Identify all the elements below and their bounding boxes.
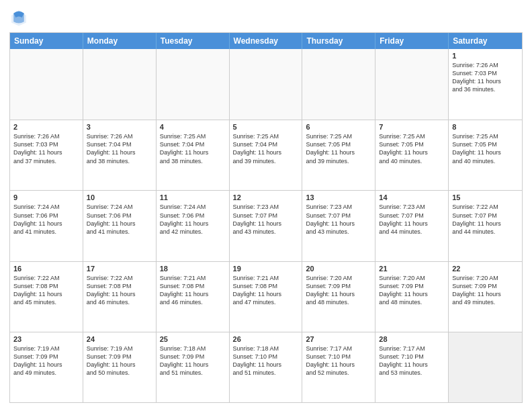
day-number: 21 — [379, 265, 445, 273]
header-day-thursday: Thursday — [302, 33, 375, 49]
day-number: 5 — [233, 123, 299, 131]
logo-icon — [9, 8, 28, 27]
calendar-row-2: 9Sunrise: 7:24 AM Sunset: 7:06 PM Daylig… — [10, 190, 522, 261]
calendar-cell — [230, 49, 303, 120]
cell-info: Sunrise: 7:21 AM Sunset: 7:08 PM Dayligh… — [233, 274, 299, 307]
cell-info: Sunrise: 7:22 AM Sunset: 7:08 PM Dayligh… — [13, 274, 79, 307]
cell-info: Sunrise: 7:24 AM Sunset: 7:06 PM Dayligh… — [160, 203, 226, 236]
calendar-cell: 28Sunrise: 7:17 AM Sunset: 7:10 PM Dayli… — [375, 332, 449, 402]
day-number: 26 — [233, 335, 299, 343]
day-number: 19 — [233, 265, 299, 273]
calendar-cell: 5Sunrise: 7:25 AM Sunset: 7:04 PM Daylig… — [230, 120, 303, 190]
calendar-cell: 17Sunrise: 7:22 AM Sunset: 7:08 PM Dayli… — [83, 262, 157, 332]
calendar-cell: 13Sunrise: 7:23 AM Sunset: 7:07 PM Dayli… — [302, 191, 375, 261]
header-day-tuesday: Tuesday — [157, 33, 230, 49]
calendar-row-3: 16Sunrise: 7:22 AM Sunset: 7:08 PM Dayli… — [10, 261, 522, 332]
cell-info: Sunrise: 7:25 AM Sunset: 7:04 PM Dayligh… — [160, 132, 226, 165]
calendar: SundayMondayTuesdayWednesdayThursdayFrid… — [9, 32, 523, 403]
day-number: 8 — [452, 123, 519, 131]
cell-info: Sunrise: 7:22 AM Sunset: 7:07 PM Dayligh… — [452, 203, 519, 236]
cell-info: Sunrise: 7:20 AM Sunset: 7:09 PM Dayligh… — [306, 274, 371, 307]
day-number: 16 — [13, 265, 79, 273]
day-number: 17 — [87, 265, 152, 273]
calendar-cell: 15Sunrise: 7:22 AM Sunset: 7:07 PM Dayli… — [449, 191, 522, 261]
day-number: 20 — [306, 265, 371, 273]
calendar-cell: 9Sunrise: 7:24 AM Sunset: 7:06 PM Daylig… — [10, 191, 83, 261]
cell-info: Sunrise: 7:25 AM Sunset: 7:05 PM Dayligh… — [379, 132, 445, 165]
calendar-cell — [375, 49, 449, 120]
day-number: 25 — [160, 335, 226, 343]
calendar-cell: 12Sunrise: 7:23 AM Sunset: 7:07 PM Dayli… — [230, 191, 303, 261]
day-number: 28 — [379, 335, 445, 343]
cell-info: Sunrise: 7:18 AM Sunset: 7:09 PM Dayligh… — [160, 345, 226, 377]
day-number: 2 — [13, 123, 79, 131]
day-number: 13 — [306, 193, 371, 201]
calendar-cell: 16Sunrise: 7:22 AM Sunset: 7:08 PM Dayli… — [10, 262, 83, 332]
calendar-cell: 21Sunrise: 7:20 AM Sunset: 7:09 PM Dayli… — [375, 262, 449, 332]
day-number: 24 — [87, 335, 152, 343]
calendar-cell: 23Sunrise: 7:19 AM Sunset: 7:09 PM Dayli… — [10, 332, 83, 402]
calendar-cell: 7Sunrise: 7:25 AM Sunset: 7:05 PM Daylig… — [375, 120, 449, 190]
calendar-cell — [83, 49, 157, 120]
calendar-cell: 4Sunrise: 7:25 AM Sunset: 7:04 PM Daylig… — [157, 120, 230, 190]
header-day-wednesday: Wednesday — [230, 33, 303, 49]
calendar-cell: 19Sunrise: 7:21 AM Sunset: 7:08 PM Dayli… — [230, 262, 303, 332]
header-day-sunday: Sunday — [10, 33, 83, 49]
cell-info: Sunrise: 7:24 AM Sunset: 7:06 PM Dayligh… — [13, 203, 79, 236]
cell-info: Sunrise: 7:19 AM Sunset: 7:09 PM Dayligh… — [87, 345, 152, 377]
calendar-cell: 22Sunrise: 7:20 AM Sunset: 7:09 PM Dayli… — [449, 262, 522, 332]
calendar-cell: 18Sunrise: 7:21 AM Sunset: 7:08 PM Dayli… — [157, 262, 230, 332]
calendar-cell: 10Sunrise: 7:24 AM Sunset: 7:06 PM Dayli… — [83, 191, 157, 261]
calendar-cell: 2Sunrise: 7:26 AM Sunset: 7:03 PM Daylig… — [10, 120, 83, 190]
cell-info: Sunrise: 7:18 AM Sunset: 7:10 PM Dayligh… — [233, 345, 299, 377]
day-number: 12 — [233, 193, 299, 201]
calendar-body: 1Sunrise: 7:26 AM Sunset: 7:03 PM Daylig… — [10, 49, 522, 402]
cell-info: Sunrise: 7:25 AM Sunset: 7:04 PM Dayligh… — [233, 132, 299, 165]
cell-info: Sunrise: 7:23 AM Sunset: 7:07 PM Dayligh… — [379, 203, 445, 236]
day-number: 3 — [87, 123, 152, 131]
calendar-cell — [10, 49, 83, 120]
day-number: 9 — [13, 193, 79, 201]
day-number: 10 — [87, 193, 152, 201]
cell-info: Sunrise: 7:19 AM Sunset: 7:09 PM Dayligh… — [13, 345, 79, 377]
header — [9, 8, 523, 27]
cell-info: Sunrise: 7:25 AM Sunset: 7:05 PM Dayligh… — [452, 132, 519, 165]
cell-info: Sunrise: 7:26 AM Sunset: 7:03 PM Dayligh… — [452, 61, 519, 94]
calendar-cell: 24Sunrise: 7:19 AM Sunset: 7:09 PM Dayli… — [83, 332, 157, 402]
cell-info: Sunrise: 7:24 AM Sunset: 7:06 PM Dayligh… — [87, 203, 152, 236]
day-number: 22 — [452, 265, 519, 273]
day-number: 4 — [160, 123, 226, 131]
cell-info: Sunrise: 7:21 AM Sunset: 7:08 PM Dayligh… — [160, 274, 226, 307]
day-number: 27 — [306, 335, 371, 343]
day-number: 7 — [379, 123, 445, 131]
calendar-cell: 8Sunrise: 7:25 AM Sunset: 7:05 PM Daylig… — [449, 120, 522, 190]
cell-info: Sunrise: 7:26 AM Sunset: 7:03 PM Dayligh… — [13, 132, 79, 165]
day-number: 23 — [13, 335, 79, 343]
header-day-friday: Friday — [375, 33, 449, 49]
day-number: 11 — [160, 193, 226, 201]
calendar-row-0: 1Sunrise: 7:26 AM Sunset: 7:03 PM Daylig… — [10, 49, 522, 120]
calendar-cell: 20Sunrise: 7:20 AM Sunset: 7:09 PM Dayli… — [302, 262, 375, 332]
day-number: 1 — [452, 52, 519, 60]
cell-info: Sunrise: 7:26 AM Sunset: 7:04 PM Dayligh… — [87, 132, 152, 165]
day-number: 14 — [379, 193, 445, 201]
calendar-cell: 6Sunrise: 7:25 AM Sunset: 7:05 PM Daylig… — [302, 120, 375, 190]
calendar-cell: 26Sunrise: 7:18 AM Sunset: 7:10 PM Dayli… — [230, 332, 303, 402]
cell-info: Sunrise: 7:23 AM Sunset: 7:07 PM Dayligh… — [306, 203, 371, 236]
calendar-row-4: 23Sunrise: 7:19 AM Sunset: 7:09 PM Dayli… — [10, 332, 522, 402]
calendar-cell — [449, 332, 522, 402]
calendar-cell — [157, 49, 230, 120]
calendar-cell: 11Sunrise: 7:24 AM Sunset: 7:06 PM Dayli… — [157, 191, 230, 261]
calendar-cell: 3Sunrise: 7:26 AM Sunset: 7:04 PM Daylig… — [83, 120, 157, 190]
calendar-cell: 1Sunrise: 7:26 AM Sunset: 7:03 PM Daylig… — [449, 49, 522, 120]
calendar-header: SundayMondayTuesdayWednesdayThursdayFrid… — [10, 33, 522, 49]
calendar-cell: 27Sunrise: 7:17 AM Sunset: 7:10 PM Dayli… — [302, 332, 375, 402]
header-day-saturday: Saturday — [449, 33, 522, 49]
calendar-cell: 14Sunrise: 7:23 AM Sunset: 7:07 PM Dayli… — [375, 191, 449, 261]
logo — [9, 8, 31, 27]
cell-info: Sunrise: 7:22 AM Sunset: 7:08 PM Dayligh… — [87, 274, 152, 307]
day-number: 18 — [160, 265, 226, 273]
calendar-cell: 25Sunrise: 7:18 AM Sunset: 7:09 PM Dayli… — [157, 332, 230, 402]
cell-info: Sunrise: 7:20 AM Sunset: 7:09 PM Dayligh… — [452, 274, 519, 307]
cell-info: Sunrise: 7:23 AM Sunset: 7:07 PM Dayligh… — [233, 203, 299, 236]
